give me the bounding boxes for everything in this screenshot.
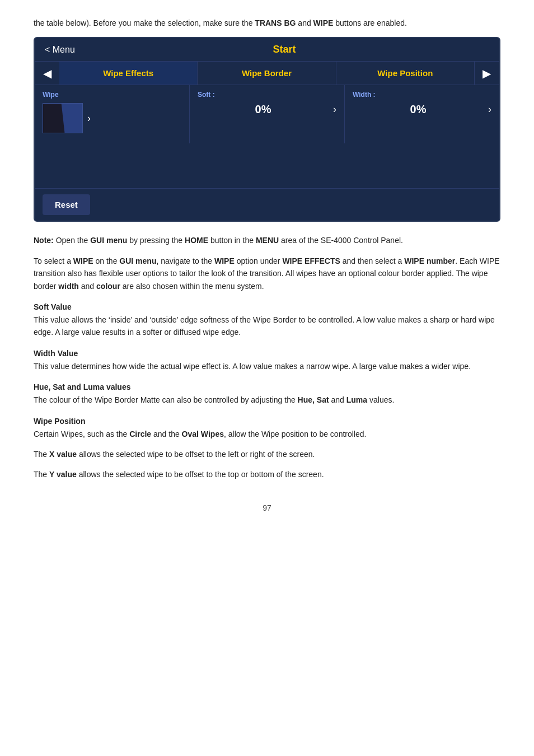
wipe-pos-bold4: Y value bbox=[49, 470, 77, 479]
width-value-heading: Width Value bbox=[34, 349, 500, 358]
soft-col: Soft : 0% › bbox=[190, 85, 345, 143]
note-prefix: Note: bbox=[34, 236, 54, 245]
wipe-pos-text2: and the bbox=[151, 430, 182, 438]
next-tab-button[interactable]: ▶ bbox=[475, 62, 499, 85]
tab-wipe-effects[interactable]: Wipe Effects bbox=[59, 62, 198, 85]
soft-value-row: 0% › bbox=[198, 103, 336, 116]
p1-bold1: WIPE bbox=[73, 256, 93, 265]
wipe-pos-text4: The bbox=[34, 450, 49, 459]
width-value-row: 0% › bbox=[353, 103, 491, 116]
note-text4: area of the SE-4000 Control Panel. bbox=[279, 236, 403, 245]
gui-content: Wipe › Soft : 0% › Width : 0% › bbox=[35, 85, 499, 143]
gui-spacer bbox=[35, 143, 499, 188]
width-col-label: Width : bbox=[353, 91, 491, 99]
note-text2: by pressing the bbox=[127, 236, 185, 245]
width-col: Width : 0% › bbox=[345, 85, 499, 143]
gui-tabs: ◀ Wipe Effects Wipe Border Wipe Position… bbox=[35, 62, 499, 85]
wipe-col: Wipe › bbox=[35, 85, 190, 143]
p1-bold4: WIPE EFFECTS bbox=[282, 256, 340, 265]
page-number: 97 bbox=[34, 503, 500, 512]
note-paragraph: Note: Open the GUI menu by pressing the … bbox=[34, 234, 500, 246]
p1-bold5: WIPE number bbox=[404, 256, 455, 265]
wipe-position-body1: Certain Wipes, such as the Circle and th… bbox=[34, 428, 500, 440]
wipe-pos-bold1: Circle bbox=[129, 430, 151, 438]
p1-text4: option under bbox=[235, 256, 283, 265]
intro-text1: the table below). Before you make the se… bbox=[34, 18, 255, 27]
wipe-position-heading: Wipe Position bbox=[34, 417, 500, 426]
intro-paragraph: the table below). Before you make the se… bbox=[34, 17, 500, 29]
hue-sat-luma-heading: Hue, Sat and Luma values bbox=[34, 382, 500, 391]
wipe-pos-text1: Certain Wipes, such as the bbox=[34, 430, 129, 438]
p1-text8: are also chosen within the menu system. bbox=[120, 282, 264, 291]
p1-bold6: width bbox=[58, 282, 79, 291]
wipe-thumbnail bbox=[43, 103, 83, 133]
p1-bold2: GUI menu bbox=[119, 256, 156, 265]
note-bold2: HOME bbox=[185, 236, 208, 245]
wipe-pos-text5: allows the selected wipe to be offset to… bbox=[77, 450, 315, 459]
wipe-col-label: Wipe bbox=[43, 91, 181, 99]
width-value: 0% bbox=[353, 103, 484, 116]
soft-col-label: Soft : bbox=[198, 91, 336, 99]
tab-wipe-border[interactable]: Wipe Border bbox=[198, 62, 336, 85]
wipe-pos-text6: The bbox=[34, 470, 49, 479]
p1-text1: To select a bbox=[34, 256, 73, 265]
gui-header: < Menu Start bbox=[35, 38, 499, 62]
width-value-body: This value determines how wide the actua… bbox=[34, 360, 500, 372]
wipe-next-button[interactable]: › bbox=[87, 113, 91, 124]
note-text3: button in the bbox=[208, 236, 256, 245]
wipe-value-row: › bbox=[43, 103, 181, 133]
gui-panel: < Menu Start ◀ Wipe Effects Wipe Border … bbox=[34, 37, 500, 222]
hue-body-mid: and bbox=[329, 395, 346, 404]
width-next-button[interactable]: › bbox=[488, 104, 491, 115]
p1-text7: and bbox=[79, 282, 96, 291]
intro-bold1: TRANS BG bbox=[255, 18, 296, 27]
prev-tab-button[interactable]: ◀ bbox=[35, 62, 59, 85]
hue-body-end: values. bbox=[367, 395, 394, 404]
soft-value-heading: Soft Value bbox=[34, 302, 500, 311]
p1-text3: , navigate to the bbox=[156, 256, 214, 265]
note-bold3: MENU bbox=[256, 236, 279, 245]
note-bold1: GUI menu bbox=[90, 236, 127, 245]
hue-bold2: Luma bbox=[346, 395, 367, 404]
gui-reset-row: Reset bbox=[35, 188, 499, 221]
gui-back-button[interactable]: < Menu bbox=[45, 45, 75, 55]
hue-body-pre: The colour of the Wipe Border Matte can … bbox=[34, 395, 298, 404]
tab-wipe-position[interactable]: Wipe Position bbox=[336, 62, 475, 85]
soft-next-button[interactable]: › bbox=[333, 104, 336, 115]
wipe-pos-text7: allows the selected wipe to be offset to… bbox=[77, 470, 324, 479]
intro-bold2: WIPE bbox=[313, 18, 334, 27]
p1-text5: and then select a bbox=[340, 256, 404, 265]
wipe-pos-bold3: X value bbox=[49, 450, 77, 459]
wipe-pos-text3: , allow the Wipe position to be controll… bbox=[224, 430, 366, 438]
p1-bold7: colour bbox=[96, 282, 120, 291]
wipe-position-body3: The Y value allows the selected wipe to … bbox=[34, 468, 500, 480]
soft-value: 0% bbox=[198, 103, 329, 116]
wipe-position-body2: The X value allows the selected wipe to … bbox=[34, 448, 500, 460]
wipe-pos-bold2: Oval Wipes bbox=[182, 430, 224, 438]
hue-bold1: Hue, Sat bbox=[298, 395, 329, 404]
gui-start-label: Start bbox=[79, 44, 489, 55]
p1-text2: on the bbox=[93, 256, 120, 265]
p1-bold3: WIPE bbox=[214, 256, 235, 265]
reset-button[interactable]: Reset bbox=[43, 194, 90, 215]
intro-text2: and bbox=[296, 18, 313, 27]
note-text1: Open the bbox=[54, 236, 90, 245]
soft-value-body: This value allows the ‘inside’ and ‘outs… bbox=[34, 314, 500, 339]
wipe-thumbnail-inner bbox=[43, 104, 65, 133]
wipe-description-paragraph: To select a WIPE on the GUI menu, naviga… bbox=[34, 255, 500, 292]
hue-sat-luma-body: The colour of the Wipe Border Matte can … bbox=[34, 394, 500, 406]
intro-text3: buttons are enabled. bbox=[333, 18, 407, 27]
